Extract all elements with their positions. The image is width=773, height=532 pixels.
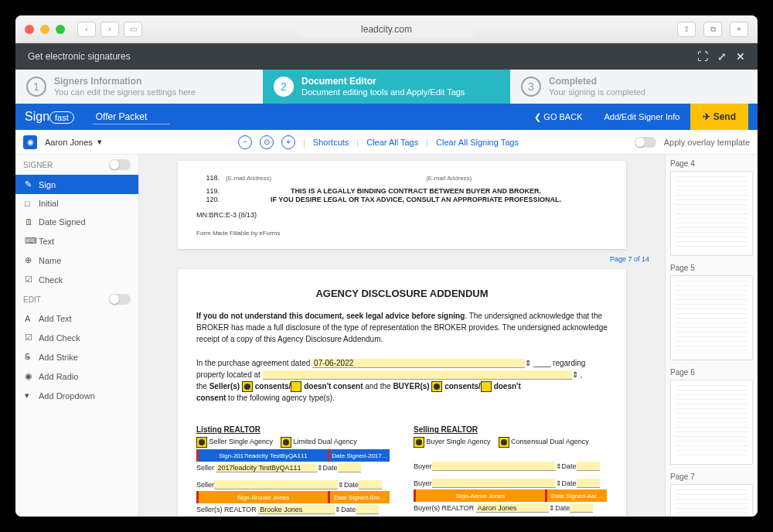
date-signed-tag-aaron[interactable]: Date Signed-Aar… <box>545 489 607 502</box>
document-name-input[interactable]: Offer Packet <box>93 110 170 124</box>
close-icon[interactable]: ✕ <box>736 50 745 63</box>
sidebar-item-add-text[interactable]: AAdd Text <box>15 309 138 328</box>
sub-toolbar: ◉ Aaron Jones▾ − ⊙ + | Shortcuts | Clear… <box>15 130 758 155</box>
toolbar: Signfast Offer Packet ❮ GO BACK Add/Edit… <box>15 104 758 130</box>
main-area: SIGNER ✎Sign □Initial 🗓Date Signed ⌨Text… <box>15 155 758 517</box>
step-1[interactable]: 1 Signers InformationYou can edit the si… <box>15 70 263 104</box>
forward-button[interactable]: › <box>100 22 119 37</box>
tabs-icon[interactable]: ⧉ <box>703 22 722 37</box>
thumbnail-preview <box>670 380 753 465</box>
browser-nav: ‹ › ▭ <box>77 22 142 37</box>
zoom-in-button[interactable]: + <box>281 135 295 149</box>
thumbnail-page-5[interactable]: Page 5 <box>670 264 753 360</box>
compress-icon[interactable]: ⤢ <box>717 50 727 63</box>
bsa-radio[interactable] <box>414 437 424 448</box>
lda-radio[interactable] <box>281 437 291 448</box>
page-7-bottom: 118.(E-mail Address)(E-mail Address) 119… <box>178 161 626 249</box>
expand-icon[interactable]: ⛶ <box>697 50 708 63</box>
buyer-noconsent-radio[interactable] <box>481 381 492 392</box>
document-canvas[interactable]: 118.(E-mail Address)(E-mail Address) 119… <box>139 155 665 517</box>
property-field[interactable] <box>263 370 572 380</box>
thumbnail-page-7[interactable]: Page 7 <box>670 472 753 517</box>
app-frame: Get electronic signatures ⛶ ⤢ ✕ 1 Signer… <box>15 43 758 517</box>
sidebar-item-check[interactable]: ☑Check <box>15 270 138 289</box>
sidebar-item-sign[interactable]: ✎Sign <box>15 175 138 194</box>
dropdown-icon: ▾ <box>25 390 34 401</box>
zoom-reset-button[interactable]: ⊙ <box>260 135 274 149</box>
intro-paragraph: If you do not understand this document, … <box>196 310 608 345</box>
go-back-button[interactable]: ❮ GO BACK <box>523 112 593 122</box>
strike-icon: S̶ <box>25 352 34 362</box>
stepper: 1 Signers InformationYou can edit the si… <box>15 70 758 104</box>
minimize-window-icon[interactable] <box>40 25 49 34</box>
selling-column: Selling REALTOR Buyer Single Agency Cons… <box>414 414 608 514</box>
clear-all-tags-link[interactable]: Clear All Tags <box>366 138 418 147</box>
page-indicator: Page 7 of 14 <box>147 255 649 263</box>
safari-window: ‹ › ▭ leadcity.com ⇧ ⧉ + Get electronic … <box>15 15 758 517</box>
clear-signing-tags-link[interactable]: Clear All Signing Tags <box>436 138 519 147</box>
check-icon: ☑ <box>25 275 34 285</box>
sidebar-item-date-signed[interactable]: 🗓Date Signed <box>15 213 138 231</box>
add-check-icon: ☑ <box>25 332 34 343</box>
step-3[interactable]: 3 CompletedYour signing is completed <box>510 70 758 104</box>
date-field[interactable]: 07-06-2022 <box>312 359 355 368</box>
page-title: AGENCY DISCLOSURE ADDENDUM <box>196 288 608 299</box>
step-2[interactable]: 2 Document EditorDocument editing tools … <box>263 70 510 104</box>
share-icon[interactable]: ⇧ <box>677 22 696 37</box>
add-edit-signer-button[interactable]: Add/Edit Signer Info <box>593 112 690 121</box>
step-number: 2 <box>274 77 294 97</box>
initial-icon: □ <box>25 199 34 208</box>
logo: Signfast <box>25 110 74 124</box>
seller-consent-radio[interactable] <box>242 381 253 392</box>
shortcuts-link[interactable]: Shortcuts <box>313 138 349 147</box>
signer-toggle[interactable] <box>109 159 131 170</box>
thumbnail-preview <box>670 171 753 256</box>
address-bar[interactable]: leadcity.com <box>299 22 474 37</box>
date-signed-tag[interactable]: Date Signed-2017… <box>328 449 390 462</box>
cda-radio[interactable] <box>499 437 509 448</box>
signer-section-header: SIGNER <box>15 155 138 175</box>
edit-toggle[interactable] <box>109 294 131 305</box>
text-icon: ⌨ <box>25 236 34 246</box>
zoom-out-button[interactable]: − <box>238 135 252 149</box>
overlay-toggle[interactable] <box>635 137 656 148</box>
step-number: 3 <box>521 77 541 97</box>
sign-tag-brooke[interactable]: Sign-Brooke Jones <box>196 491 328 503</box>
thumbnail-page-4[interactable]: Page 4 <box>670 159 753 256</box>
sidebar-item-initial[interactable]: □Initial <box>15 194 138 213</box>
traffic-lights <box>25 25 65 34</box>
sign-tag-aaron[interactable]: Sign-Aaron Jones <box>414 489 545 502</box>
modal-title: Get electronic signatures <box>28 51 131 62</box>
page-8: AGENCY DISCLOSURE ADDENDUM If you do not… <box>178 269 626 517</box>
thumbnail-page-6[interactable]: Page 6 <box>670 368 753 465</box>
maximize-window-icon[interactable] <box>56 25 65 34</box>
thumbnail-preview <box>670 275 753 360</box>
user-dropdown[interactable]: Aaron Jones▾ <box>45 137 145 147</box>
date-signed-tag-brooke[interactable]: Date Signed-Bro… <box>328 491 390 503</box>
sidebar-item-text[interactable]: ⌨Text <box>15 231 138 251</box>
sign-tag[interactable]: Sign-2017leadcity TestByQA111 <box>196 449 328 462</box>
chevron-down-icon: ▾ <box>97 137 102 147</box>
new-tab-icon[interactable]: + <box>730 22 748 37</box>
overlay-label: Apply overlay template <box>664 138 750 147</box>
user-avatar-icon: ◉ <box>23 135 37 149</box>
sidebar-item-add-dropdown[interactable]: ▾Add Dropdown <box>15 386 138 405</box>
step-number: 1 <box>26 77 46 97</box>
sidebar-item-add-check[interactable]: ☑Add Check <box>15 328 138 347</box>
close-window-icon[interactable] <box>25 25 34 34</box>
thumbnail-preview <box>670 484 753 517</box>
back-button[interactable]: ‹ <box>77 22 96 37</box>
blank-field[interactable] <box>355 359 525 368</box>
sidebar-item-add-radio[interactable]: ◉Add Radio <box>15 367 138 386</box>
buyer-consent-radio[interactable] <box>431 381 442 392</box>
listing-column: Listing REALTOR Seller Single Agency Lim… <box>196 414 390 514</box>
left-sidebar: SIGNER ✎Sign □Initial 🗓Date Signed ⌨Text… <box>15 155 139 517</box>
purchase-line: In the purchase agreement dated 07-06-20… <box>196 357 608 369</box>
radio-icon: ◉ <box>25 371 34 381</box>
sidebar-toggle-icon[interactable]: ▭ <box>124 22 142 37</box>
sidebar-item-name[interactable]: ⊕Name <box>15 251 138 270</box>
sidebar-item-add-strike[interactable]: S̶Add Strike <box>15 347 138 367</box>
send-button[interactable]: ✈ Send <box>690 104 748 130</box>
seller-noconsent-radio[interactable] <box>291 381 301 392</box>
ssa-radio[interactable] <box>196 437 207 448</box>
